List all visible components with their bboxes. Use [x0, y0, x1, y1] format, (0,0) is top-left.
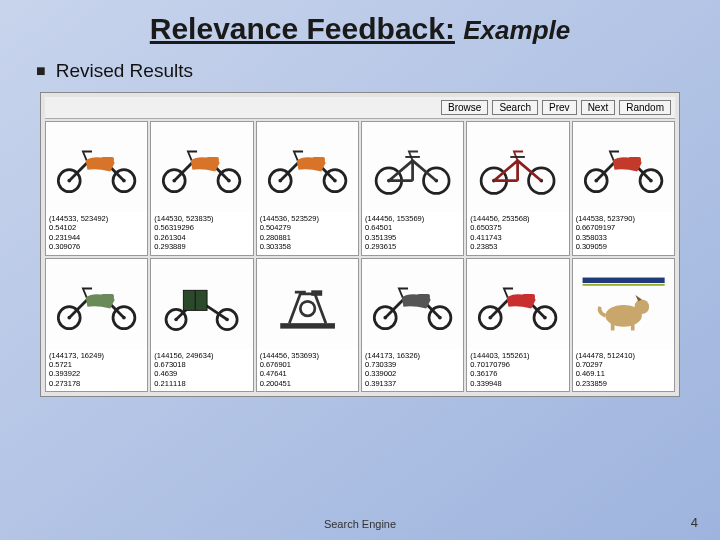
slide-title: Relevance Feedback: Example [30, 12, 690, 46]
result-meta-line: 0.70170796 [470, 360, 565, 369]
svg-rect-4 [101, 157, 114, 164]
bullet-icon: ■ [36, 62, 46, 80]
result-meta-line: 0.339948 [470, 379, 565, 388]
result-cell[interactable]: (144403, 155261)0.701707960.361760.33994… [466, 258, 569, 393]
exercise-thumbnail [257, 259, 358, 349]
result-cell[interactable]: (144538, 523790)0.667091970.3580330.3090… [572, 121, 675, 256]
result-meta-line: 0.5721 [49, 360, 144, 369]
footer-center: Search Engine [0, 518, 720, 530]
result-meta-line: 0.273178 [49, 379, 144, 388]
result-meta-line: (144533, 523492) [49, 214, 144, 223]
svg-rect-59 [582, 277, 664, 282]
dog-thumbnail [573, 259, 674, 349]
result-meta-line: 0.650375 [470, 223, 565, 232]
result-meta-line: 0.70297 [576, 360, 671, 369]
title-main: Relevance Feedback: [150, 12, 455, 45]
result-meta-line: (144156, 249634) [154, 351, 249, 360]
result-cell[interactable]: (144456, 253568)0.6503750.4117430.23853 [466, 121, 569, 256]
dirtbike-thumbnail [46, 122, 147, 212]
title-sub: Example [463, 15, 570, 45]
result-meta-line: 0.231944 [49, 233, 144, 242]
result-meta-line: 0.23853 [470, 242, 565, 251]
result-meta-line: 0.56319296 [154, 223, 249, 232]
result-cell[interactable]: (144533, 523492)0.541020.2319440.309076 [45, 121, 148, 256]
moto-thumbnail [46, 259, 147, 349]
bmx-thumbnail [362, 122, 463, 212]
result-meta-line: 0.280881 [260, 233, 355, 242]
svg-rect-60 [582, 283, 664, 285]
result-meta-line: (144456, 353693) [260, 351, 355, 360]
result-cell[interactable]: (144173, 16249)0.57210.3939220.273178 [45, 258, 148, 393]
result-meta-line: 0.504279 [260, 223, 355, 232]
svg-rect-44 [311, 290, 322, 295]
result-meta-line: 0.303358 [260, 242, 355, 251]
result-meta: (144456, 353693)0.6769010.476410.200451 [257, 349, 358, 392]
svg-rect-54 [523, 293, 536, 300]
result-meta-line: 0.676901 [260, 360, 355, 369]
dirtbike-thumbnail [151, 122, 252, 212]
result-cell[interactable]: (144456, 153569)0.645010.3513950.293615 [361, 121, 464, 256]
result-meta-line: 0.261304 [154, 233, 249, 242]
result-meta-line: (144536, 523529) [260, 214, 355, 223]
result-meta: (144478, 512410)0.702970.469.110.233859 [573, 349, 674, 392]
result-meta-line: 0.339002 [365, 369, 460, 378]
result-meta: (144536, 523529)0.5042790.2808810.303358 [257, 212, 358, 255]
result-meta-line: 0.211118 [154, 379, 249, 388]
result-meta-line: (144478, 512410) [576, 351, 671, 360]
result-meta-line: 0.4639 [154, 369, 249, 378]
results-grid: (144533, 523492)0.541020.2319440.309076 … [45, 121, 675, 392]
next-button[interactable]: Next [581, 100, 616, 115]
svg-rect-29 [628, 157, 641, 164]
result-meta-line: (144456, 253568) [470, 214, 565, 223]
result-cell[interactable]: (144173, 16326)0.7303390.3390020.391337 [361, 258, 464, 393]
result-meta: (144456, 253568)0.6503750.4117430.23853 [467, 212, 568, 255]
result-meta: (144530, 523835)0.563192960.2613040.2938… [151, 212, 252, 255]
svg-point-56 [634, 299, 649, 314]
subtitle-text: Revised Results [56, 60, 193, 82]
result-meta-line: 0.351395 [365, 233, 460, 242]
dirtbike-thumbnail [573, 122, 674, 212]
result-meta-line: 0.730339 [365, 360, 460, 369]
result-meta-line: 0.411743 [470, 233, 565, 242]
result-meta: (144456, 153569)0.645010.3513950.293615 [362, 212, 463, 255]
result-cell[interactable]: (144156, 249634)0.6730180.46390.211118 [150, 258, 253, 393]
result-cell[interactable]: (144536, 523529)0.5042790.2808810.303358 [256, 121, 359, 256]
result-meta-line: (144456, 153569) [365, 214, 460, 223]
result-meta: (144156, 249634)0.6730180.46390.211118 [151, 349, 252, 392]
result-meta-line: (144173, 16249) [49, 351, 144, 360]
result-meta-line: 0.309076 [49, 242, 144, 251]
dirtbike-thumbnail [257, 122, 358, 212]
result-meta-line: 0.64501 [365, 223, 460, 232]
result-cell[interactable]: (144478, 512410)0.702970.469.110.233859 [572, 258, 675, 393]
search-button[interactable]: Search [492, 100, 538, 115]
result-meta-line: 0.54102 [49, 223, 144, 232]
toolbar: Browse Search Prev Next Random [45, 97, 675, 119]
result-meta-line: 0.233859 [576, 379, 671, 388]
result-cell[interactable]: (144456, 353693)0.6769010.476410.200451 [256, 258, 359, 393]
moto-thumbnail [362, 259, 463, 349]
result-meta-line: (144530, 523835) [154, 214, 249, 223]
svg-rect-9 [207, 157, 220, 164]
result-meta-line: 0.293889 [154, 242, 249, 251]
random-button[interactable]: Random [619, 100, 671, 115]
prev-button[interactable]: Prev [542, 100, 577, 115]
dirtbike-thumbnail [467, 259, 568, 349]
result-cell[interactable]: (144530, 523835)0.563192960.2613040.2938… [150, 121, 253, 256]
result-meta: (144173, 16326)0.7303390.3390020.391337 [362, 349, 463, 392]
result-meta: (144403, 155261)0.701707960.361760.33994… [467, 349, 568, 392]
svg-rect-41 [280, 323, 335, 328]
results-panel: Browse Search Prev Next Random (144533, … [40, 92, 680, 397]
result-meta-line: 0.393922 [49, 369, 144, 378]
result-meta-line: 0.66709197 [576, 223, 671, 232]
footer-page-number: 4 [691, 515, 698, 530]
result-meta: (144173, 16249)0.57210.3939220.273178 [46, 349, 147, 392]
result-meta-line: (144403, 155261) [470, 351, 565, 360]
svg-rect-34 [101, 293, 114, 300]
cargo-thumbnail [151, 259, 252, 349]
result-meta-line: 0.391337 [365, 379, 460, 388]
svg-rect-14 [312, 157, 325, 164]
result-meta-line: (144173, 16326) [365, 351, 460, 360]
result-meta-line: 0.200451 [260, 379, 355, 388]
result-meta-line: 0.309059 [576, 242, 671, 251]
browse-button[interactable]: Browse [441, 100, 488, 115]
